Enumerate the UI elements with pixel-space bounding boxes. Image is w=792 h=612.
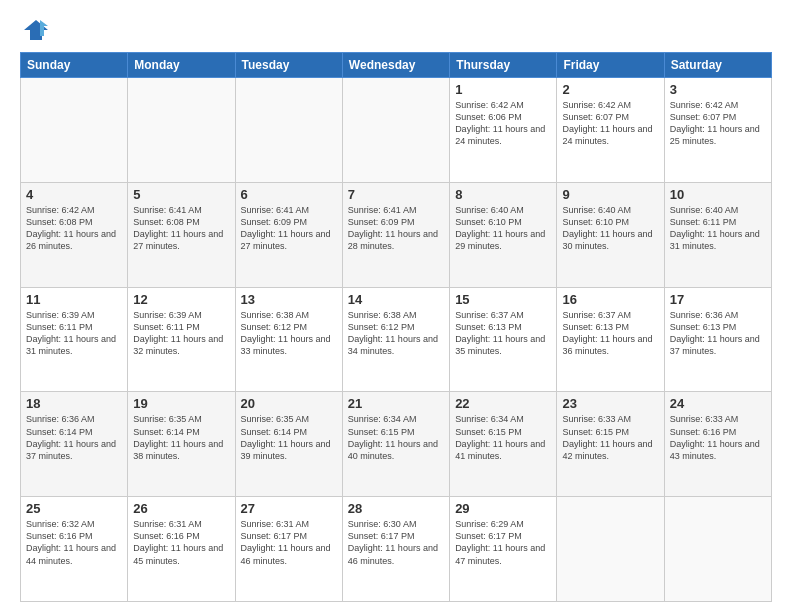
day-number: 25 [26, 501, 122, 516]
day-number: 3 [670, 82, 766, 97]
day-number: 16 [562, 292, 658, 307]
day-number: 11 [26, 292, 122, 307]
day-info: Sunrise: 6:32 AM Sunset: 6:16 PM Dayligh… [26, 518, 122, 567]
day-info: Sunrise: 6:42 AM Sunset: 6:06 PM Dayligh… [455, 99, 551, 148]
day-info: Sunrise: 6:37 AM Sunset: 6:13 PM Dayligh… [455, 309, 551, 358]
day-number: 15 [455, 292, 551, 307]
calendar-day-cell: 16Sunrise: 6:37 AM Sunset: 6:13 PM Dayli… [557, 287, 664, 392]
calendar-day-cell: 11Sunrise: 6:39 AM Sunset: 6:11 PM Dayli… [21, 287, 128, 392]
day-info: Sunrise: 6:39 AM Sunset: 6:11 PM Dayligh… [133, 309, 229, 358]
day-info: Sunrise: 6:36 AM Sunset: 6:14 PM Dayligh… [26, 413, 122, 462]
calendar-day-cell: 27Sunrise: 6:31 AM Sunset: 6:17 PM Dayli… [235, 497, 342, 602]
day-number: 5 [133, 187, 229, 202]
calendar-day-cell: 7Sunrise: 6:41 AM Sunset: 6:09 PM Daylig… [342, 182, 449, 287]
day-info: Sunrise: 6:38 AM Sunset: 6:12 PM Dayligh… [241, 309, 337, 358]
calendar-day-cell: 3Sunrise: 6:42 AM Sunset: 6:07 PM Daylig… [664, 78, 771, 183]
day-number: 12 [133, 292, 229, 307]
calendar-day-cell: 20Sunrise: 6:35 AM Sunset: 6:14 PM Dayli… [235, 392, 342, 497]
day-number: 22 [455, 396, 551, 411]
day-info: Sunrise: 6:41 AM Sunset: 6:09 PM Dayligh… [241, 204, 337, 253]
calendar-day-cell [128, 78, 235, 183]
calendar-day-cell: 14Sunrise: 6:38 AM Sunset: 6:12 PM Dayli… [342, 287, 449, 392]
day-number: 20 [241, 396, 337, 411]
day-number: 4 [26, 187, 122, 202]
day-info: Sunrise: 6:41 AM Sunset: 6:08 PM Dayligh… [133, 204, 229, 253]
calendar-week-row: 25Sunrise: 6:32 AM Sunset: 6:16 PM Dayli… [21, 497, 772, 602]
day-info: Sunrise: 6:31 AM Sunset: 6:17 PM Dayligh… [241, 518, 337, 567]
day-number: 19 [133, 396, 229, 411]
calendar-header-cell: Monday [128, 53, 235, 78]
calendar-day-cell: 19Sunrise: 6:35 AM Sunset: 6:14 PM Dayli… [128, 392, 235, 497]
calendar-day-cell: 13Sunrise: 6:38 AM Sunset: 6:12 PM Dayli… [235, 287, 342, 392]
day-number: 23 [562, 396, 658, 411]
day-info: Sunrise: 6:33 AM Sunset: 6:15 PM Dayligh… [562, 413, 658, 462]
logo [20, 16, 50, 44]
day-info: Sunrise: 6:38 AM Sunset: 6:12 PM Dayligh… [348, 309, 444, 358]
calendar-day-cell: 26Sunrise: 6:31 AM Sunset: 6:16 PM Dayli… [128, 497, 235, 602]
calendar-week-row: 4Sunrise: 6:42 AM Sunset: 6:08 PM Daylig… [21, 182, 772, 287]
calendar-header-row: SundayMondayTuesdayWednesdayThursdayFrid… [21, 53, 772, 78]
calendar-day-cell: 10Sunrise: 6:40 AM Sunset: 6:11 PM Dayli… [664, 182, 771, 287]
calendar-day-cell: 24Sunrise: 6:33 AM Sunset: 6:16 PM Dayli… [664, 392, 771, 497]
day-info: Sunrise: 6:36 AM Sunset: 6:13 PM Dayligh… [670, 309, 766, 358]
calendar-day-cell: 8Sunrise: 6:40 AM Sunset: 6:10 PM Daylig… [450, 182, 557, 287]
calendar-day-cell: 25Sunrise: 6:32 AM Sunset: 6:16 PM Dayli… [21, 497, 128, 602]
day-number: 18 [26, 396, 122, 411]
day-info: Sunrise: 6:39 AM Sunset: 6:11 PM Dayligh… [26, 309, 122, 358]
day-number: 29 [455, 501, 551, 516]
day-info: Sunrise: 6:34 AM Sunset: 6:15 PM Dayligh… [348, 413, 444, 462]
day-number: 1 [455, 82, 551, 97]
calendar-day-cell [235, 78, 342, 183]
calendar-week-row: 11Sunrise: 6:39 AM Sunset: 6:11 PM Dayli… [21, 287, 772, 392]
day-info: Sunrise: 6:30 AM Sunset: 6:17 PM Dayligh… [348, 518, 444, 567]
calendar-day-cell [557, 497, 664, 602]
calendar-day-cell: 4Sunrise: 6:42 AM Sunset: 6:08 PM Daylig… [21, 182, 128, 287]
calendar-header-cell: Saturday [664, 53, 771, 78]
calendar-day-cell: 5Sunrise: 6:41 AM Sunset: 6:08 PM Daylig… [128, 182, 235, 287]
header [20, 16, 772, 44]
day-info: Sunrise: 6:42 AM Sunset: 6:08 PM Dayligh… [26, 204, 122, 253]
day-info: Sunrise: 6:42 AM Sunset: 6:07 PM Dayligh… [670, 99, 766, 148]
day-info: Sunrise: 6:34 AM Sunset: 6:15 PM Dayligh… [455, 413, 551, 462]
day-number: 7 [348, 187, 444, 202]
day-info: Sunrise: 6:40 AM Sunset: 6:10 PM Dayligh… [562, 204, 658, 253]
calendar-day-cell: 9Sunrise: 6:40 AM Sunset: 6:10 PM Daylig… [557, 182, 664, 287]
day-number: 27 [241, 501, 337, 516]
calendar-day-cell: 6Sunrise: 6:41 AM Sunset: 6:09 PM Daylig… [235, 182, 342, 287]
day-info: Sunrise: 6:40 AM Sunset: 6:11 PM Dayligh… [670, 204, 766, 253]
calendar-day-cell: 22Sunrise: 6:34 AM Sunset: 6:15 PM Dayli… [450, 392, 557, 497]
day-number: 24 [670, 396, 766, 411]
day-info: Sunrise: 6:29 AM Sunset: 6:17 PM Dayligh… [455, 518, 551, 567]
calendar-day-cell: 15Sunrise: 6:37 AM Sunset: 6:13 PM Dayli… [450, 287, 557, 392]
page: SundayMondayTuesdayWednesdayThursdayFrid… [0, 0, 792, 612]
day-number: 21 [348, 396, 444, 411]
calendar-body: 1Sunrise: 6:42 AM Sunset: 6:06 PM Daylig… [21, 78, 772, 602]
svg-marker-1 [40, 20, 48, 36]
calendar-day-cell [342, 78, 449, 183]
calendar-week-row: 1Sunrise: 6:42 AM Sunset: 6:06 PM Daylig… [21, 78, 772, 183]
calendar-day-cell [21, 78, 128, 183]
day-info: Sunrise: 6:40 AM Sunset: 6:10 PM Dayligh… [455, 204, 551, 253]
calendar-day-cell: 17Sunrise: 6:36 AM Sunset: 6:13 PM Dayli… [664, 287, 771, 392]
day-info: Sunrise: 6:35 AM Sunset: 6:14 PM Dayligh… [241, 413, 337, 462]
day-number: 10 [670, 187, 766, 202]
day-info: Sunrise: 6:33 AM Sunset: 6:16 PM Dayligh… [670, 413, 766, 462]
day-info: Sunrise: 6:41 AM Sunset: 6:09 PM Dayligh… [348, 204, 444, 253]
day-number: 8 [455, 187, 551, 202]
calendar-day-cell: 12Sunrise: 6:39 AM Sunset: 6:11 PM Dayli… [128, 287, 235, 392]
calendar-day-cell: 2Sunrise: 6:42 AM Sunset: 6:07 PM Daylig… [557, 78, 664, 183]
day-number: 2 [562, 82, 658, 97]
day-info: Sunrise: 6:42 AM Sunset: 6:07 PM Dayligh… [562, 99, 658, 148]
calendar: SundayMondayTuesdayWednesdayThursdayFrid… [20, 52, 772, 602]
svg-marker-0 [24, 20, 48, 40]
day-number: 6 [241, 187, 337, 202]
day-info: Sunrise: 6:37 AM Sunset: 6:13 PM Dayligh… [562, 309, 658, 358]
day-info: Sunrise: 6:35 AM Sunset: 6:14 PM Dayligh… [133, 413, 229, 462]
day-number: 13 [241, 292, 337, 307]
calendar-week-row: 18Sunrise: 6:36 AM Sunset: 6:14 PM Dayli… [21, 392, 772, 497]
day-number: 14 [348, 292, 444, 307]
day-number: 9 [562, 187, 658, 202]
calendar-header-cell: Tuesday [235, 53, 342, 78]
calendar-day-cell: 28Sunrise: 6:30 AM Sunset: 6:17 PM Dayli… [342, 497, 449, 602]
calendar-day-cell [664, 497, 771, 602]
